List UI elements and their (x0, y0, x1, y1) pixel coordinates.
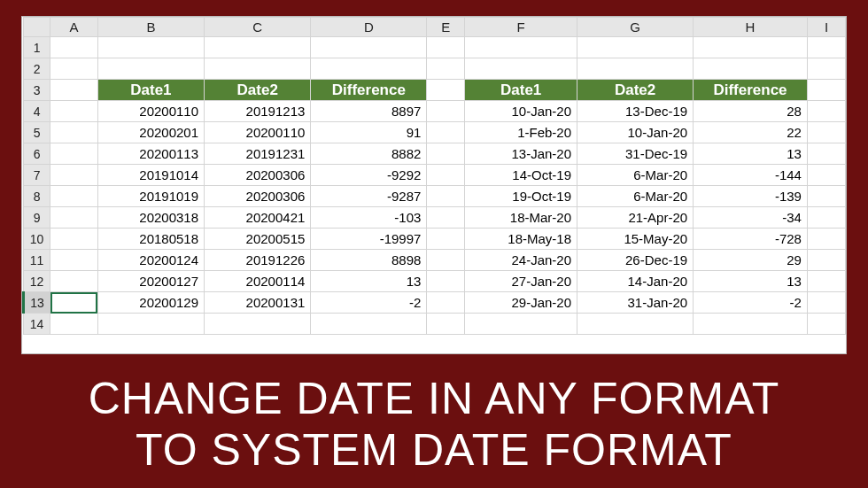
cell[interactable]: 10-Jan-20 (577, 122, 694, 143)
cell[interactable] (427, 207, 465, 229)
cell[interactable] (50, 292, 98, 314)
cell[interactable] (427, 122, 465, 143)
cell[interactable] (427, 58, 465, 80)
cell[interactable] (427, 143, 465, 165)
cell[interactable] (50, 165, 98, 186)
cell[interactable]: 21-Apr-20 (577, 207, 694, 229)
col-header-G[interactable]: G (577, 18, 694, 37)
cell[interactable]: 6-Mar-20 (577, 165, 694, 186)
cell[interactable]: 20200124 (97, 250, 204, 271)
cell[interactable] (427, 314, 465, 335)
cell[interactable]: Difference (694, 80, 808, 101)
cell[interactable] (807, 271, 845, 292)
cell[interactable] (465, 37, 577, 58)
cell[interactable]: Date1 (465, 80, 577, 101)
row-header-11[interactable]: 11 (24, 250, 50, 271)
cell[interactable]: 20191019 (97, 186, 204, 207)
cell[interactable]: 18-Mar-20 (465, 207, 577, 229)
cell[interactable]: 24-Jan-20 (465, 250, 577, 271)
cell[interactable] (311, 37, 427, 58)
cell[interactable]: 14-Oct-19 (465, 165, 577, 186)
cell[interactable] (694, 58, 808, 80)
row-header-2[interactable]: 2 (24, 58, 50, 80)
cell[interactable] (465, 58, 577, 80)
cell[interactable]: Date2 (577, 80, 694, 101)
col-header-I[interactable]: I (807, 18, 845, 37)
col-header-B[interactable]: B (97, 18, 204, 37)
cell[interactable] (807, 37, 845, 58)
cell[interactable]: -2 (311, 292, 427, 314)
cell[interactable] (311, 58, 427, 80)
row-header-6[interactable]: 6 (24, 143, 50, 165)
cell[interactable] (427, 229, 465, 250)
cell[interactable]: 27-Jan-20 (465, 271, 577, 292)
row-header-12[interactable]: 12 (24, 271, 50, 292)
cell[interactable]: Difference (311, 80, 427, 101)
cell[interactable]: 20191213 (205, 101, 311, 122)
cell[interactable] (465, 314, 577, 335)
cell[interactable] (577, 314, 694, 335)
cell[interactable] (807, 80, 845, 101)
cell[interactable] (50, 314, 98, 335)
cell[interactable] (427, 186, 465, 207)
cell[interactable]: 13 (694, 143, 808, 165)
cell[interactable]: 6-Mar-20 (577, 186, 694, 207)
cell[interactable]: 20200421 (205, 207, 311, 229)
cell[interactable]: 13-Dec-19 (577, 101, 694, 122)
cell[interactable]: 13-Jan-20 (465, 143, 577, 165)
cell[interactable]: 20200129 (97, 292, 204, 314)
cell[interactable] (807, 250, 845, 271)
cell[interactable]: 13 (311, 271, 427, 292)
cell[interactable]: 8898 (311, 250, 427, 271)
cell[interactable] (50, 186, 98, 207)
cell[interactable]: 20200110 (205, 122, 311, 143)
row-header-5[interactable]: 5 (24, 122, 50, 143)
cell[interactable]: 20191231 (205, 143, 311, 165)
col-header-D[interactable]: D (311, 18, 427, 37)
cell[interactable]: 31-Jan-20 (577, 292, 694, 314)
cell[interactable] (205, 314, 311, 335)
cell[interactable] (577, 37, 694, 58)
cell[interactable]: 20200306 (205, 186, 311, 207)
cell[interactable] (807, 122, 845, 143)
col-header-F[interactable]: F (465, 18, 577, 37)
cell[interactable]: Date1 (97, 80, 204, 101)
cell[interactable] (807, 58, 845, 80)
cell[interactable]: -103 (311, 207, 427, 229)
col-header-E[interactable]: E (427, 18, 465, 37)
row-header-10[interactable]: 10 (24, 229, 50, 250)
cell[interactable] (205, 37, 311, 58)
cell[interactable]: 20191014 (97, 165, 204, 186)
cell[interactable] (427, 250, 465, 271)
col-header-C[interactable]: C (205, 18, 311, 37)
cell[interactable]: 28 (694, 101, 808, 122)
cell[interactable]: 10-Jan-20 (465, 101, 577, 122)
cell[interactable] (427, 271, 465, 292)
cell[interactable] (427, 165, 465, 186)
cell[interactable]: 19-Oct-19 (465, 186, 577, 207)
cell[interactable] (427, 292, 465, 314)
row-header-4[interactable]: 4 (24, 101, 50, 122)
cell[interactable]: -728 (694, 229, 808, 250)
cell[interactable] (427, 37, 465, 58)
cell[interactable]: -9292 (311, 165, 427, 186)
cell[interactable]: 22 (694, 122, 808, 143)
cell[interactable]: 20180518 (97, 229, 204, 250)
cell[interactable]: 20200201 (97, 122, 204, 143)
cell[interactable] (50, 122, 98, 143)
cell[interactable] (694, 314, 808, 335)
cell[interactable]: -144 (694, 165, 808, 186)
cell[interactable] (50, 101, 98, 122)
col-header-H[interactable]: H (694, 18, 808, 37)
cell[interactable] (50, 143, 98, 165)
cell[interactable] (807, 143, 845, 165)
cell[interactable] (50, 250, 98, 271)
cell[interactable]: 8882 (311, 143, 427, 165)
cell[interactable] (807, 186, 845, 207)
cell[interactable]: 20200515 (205, 229, 311, 250)
cell[interactable] (50, 229, 98, 250)
cell[interactable]: 20200131 (205, 292, 311, 314)
cell[interactable]: -19997 (311, 229, 427, 250)
cell[interactable]: 20200306 (205, 165, 311, 186)
cell[interactable] (427, 80, 465, 101)
